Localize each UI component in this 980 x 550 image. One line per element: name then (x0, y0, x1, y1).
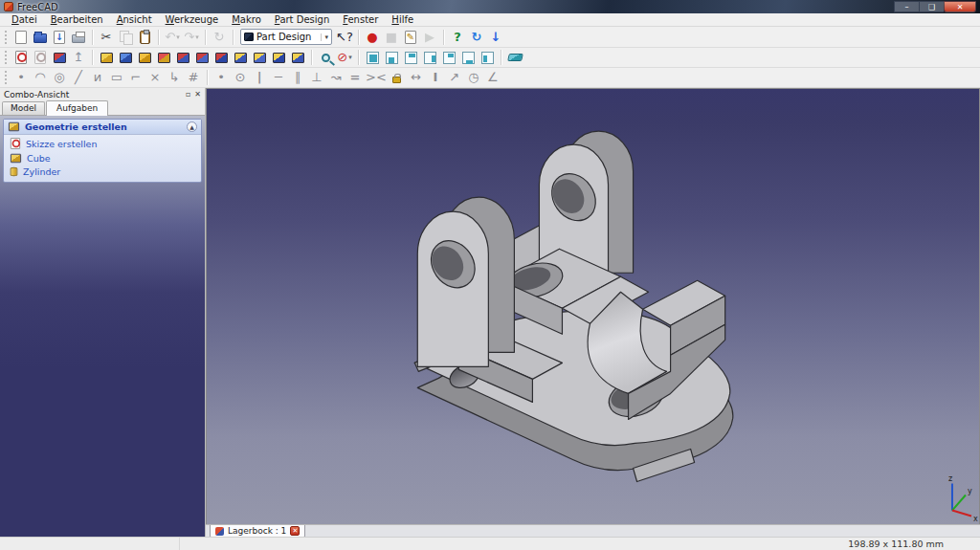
macro-stop-button[interactable]: ■ (382, 29, 401, 46)
new-file-button[interactable] (11, 29, 31, 46)
sketch-circle-button[interactable]: ◎ (50, 69, 69, 86)
fillet-button[interactable] (173, 49, 192, 66)
constraint-symmetric-button[interactable]: >< (365, 69, 388, 86)
copy-button[interactable] (116, 29, 135, 46)
panel-float-icon[interactable]: ▫ (186, 90, 190, 99)
whats-this-button[interactable]: ↖? (335, 29, 354, 46)
addon-help-button[interactable]: ? (448, 29, 467, 46)
macro-play-button[interactable]: ▶ (420, 29, 439, 46)
constraint-distance-y-button[interactable]: I (426, 69, 445, 86)
view-axonometric-button[interactable] (363, 49, 382, 66)
constraint-radius-button[interactable]: ◷ (464, 69, 483, 86)
undo-dropdown-icon[interactable]: ▾ (176, 33, 180, 41)
refresh-button[interactable]: ↻ (210, 29, 229, 46)
tab-model[interactable]: Model (2, 101, 45, 115)
constraint-distance-x-button[interactable]: ↔ (407, 69, 426, 86)
sketch-fillet-button[interactable]: ⌐ (126, 69, 145, 86)
draw-style-button[interactable] (505, 49, 524, 66)
constraint-parallel-button[interactable]: ∥ (288, 69, 307, 86)
menu-datei[interactable]: Datei (5, 14, 44, 25)
view-right-button[interactable] (420, 49, 439, 66)
paste-button[interactable] (135, 29, 154, 46)
macro-record-button[interactable]: ● (363, 29, 382, 46)
sketch-point-button[interactable]: • (11, 69, 31, 86)
sketch-rectangle-button[interactable]: ▭ (107, 69, 126, 86)
constraint-coincident-button[interactable]: • (212, 69, 231, 86)
constraint-lock-button[interactable] (388, 69, 407, 86)
workbench-caret-icon[interactable]: ▾ (321, 33, 328, 41)
constraint-vertical-button[interactable]: | (250, 69, 269, 86)
view-front-button[interactable] (382, 49, 401, 66)
constraint-horizontal-button[interactable]: ─ (269, 69, 288, 86)
pocket-button[interactable] (116, 49, 135, 66)
redo-button[interactable]: ↷▾ (182, 29, 201, 46)
open-file-button[interactable] (31, 29, 50, 46)
sketch-trim-button[interactable]: × (145, 69, 165, 86)
3d-viewport[interactable]: z y x (206, 88, 980, 524)
constraint-angle-button[interactable]: ∠ (483, 69, 502, 86)
constraint-equal-button[interactable]: = (345, 69, 365, 86)
sketch-construction-mode-button[interactable]: # (184, 69, 203, 86)
sketch-external-geometry-button[interactable]: ↳ (165, 69, 184, 86)
macro-edit-button[interactable]: ✎ (401, 29, 420, 46)
download-update-button[interactable]: ↓ (486, 29, 505, 46)
task-section-header[interactable]: Geometrie erstellen ▲ (4, 120, 201, 135)
view-top-button[interactable] (401, 49, 420, 66)
menu-part-design[interactable]: Part Design (268, 14, 336, 25)
sketch-polyline-button[interactable]: и (88, 69, 107, 86)
sketch-arc-button[interactable]: ◠ (31, 69, 50, 86)
create-sketch-button[interactable] (11, 49, 31, 66)
multi-transform-button[interactable] (288, 49, 307, 66)
edit-sketch-button[interactable] (31, 49, 50, 66)
toolbar-grip[interactable] (5, 51, 8, 64)
clipping-plane-button[interactable]: ⊘▾ (335, 49, 354, 66)
clipping-plane-dropdown-icon[interactable]: ▾ (348, 54, 352, 61)
mirrored-feature-button[interactable] (231, 49, 250, 66)
menu-hilfe[interactable]: Hilfe (385, 14, 420, 25)
undo-button[interactable]: ↶▾ (163, 29, 182, 46)
chamfer-button[interactable] (192, 49, 212, 66)
web-refresh-button[interactable]: ↻ (467, 29, 486, 46)
menu-bearbeiten[interactable]: Bearbeiten (44, 14, 110, 25)
task-cylinder[interactable]: Zylinder (4, 165, 201, 178)
pad-button[interactable] (97, 49, 116, 66)
panel-close-icon[interactable]: ✕ (194, 90, 201, 99)
cut-button[interactable]: ✂ (97, 29, 116, 46)
view-left-button[interactable] (478, 49, 497, 66)
constraint-tangent-button[interactable]: ↝ (326, 69, 345, 86)
bearing-block-model[interactable] (414, 131, 733, 481)
sketch-line-button[interactable]: ╱ (69, 69, 88, 86)
maximize-button[interactable]: ❑ (919, 1, 944, 12)
panel-title-bar[interactable]: Combo-Ansicht ▫ ✕ (0, 88, 205, 100)
task-cube[interactable]: Cube (4, 151, 201, 165)
task-create-sketch[interactable]: Skizze erstellen (4, 135, 201, 151)
linear-pattern-button[interactable] (250, 49, 269, 66)
leave-sketch-button[interactable]: ↥ (69, 49, 88, 66)
view-rear-button[interactable] (439, 49, 458, 66)
constraint-perpendicular-button[interactable]: ⊥ (307, 69, 326, 86)
redo-dropdown-icon[interactable]: ▾ (195, 33, 199, 41)
constraint-length-button[interactable]: ↗ (445, 69, 464, 86)
collapse-section-button[interactable]: ▲ (187, 121, 197, 132)
menu-makro[interactable]: Makro (225, 14, 268, 25)
polar-pattern-button[interactable] (269, 49, 288, 66)
document-tab-close-icon[interactable]: ✕ (290, 526, 300, 536)
menu-ansicht[interactable]: Ansicht (110, 14, 159, 25)
menu-fenster[interactable]: Fenster (336, 14, 385, 25)
toolbar-grip[interactable] (5, 31, 8, 44)
menu-werkzeuge[interactable]: Werkzeuge (159, 14, 226, 25)
tab-aufgaben[interactable]: Aufgaben (46, 100, 108, 116)
view-bottom-button[interactable] (458, 49, 478, 66)
close-button[interactable]: ✕ (944, 1, 976, 12)
draft-button[interactable] (212, 49, 231, 66)
map-sketch-to-face-button[interactable] (50, 49, 69, 66)
fit-all-button[interactable] (316, 49, 335, 66)
constraint-point-on-object-button[interactable]: ⊙ (231, 69, 250, 86)
workbench-selector[interactable]: Part Design ▾ (240, 29, 332, 45)
revolution-button[interactable] (135, 49, 154, 66)
save-file-button[interactable]: ↓ (50, 29, 69, 46)
toolbar-grip[interactable] (5, 71, 8, 84)
minimize-button[interactable]: – (894, 1, 919, 12)
groove-button[interactable] (154, 49, 173, 66)
print-button[interactable] (69, 29, 88, 46)
